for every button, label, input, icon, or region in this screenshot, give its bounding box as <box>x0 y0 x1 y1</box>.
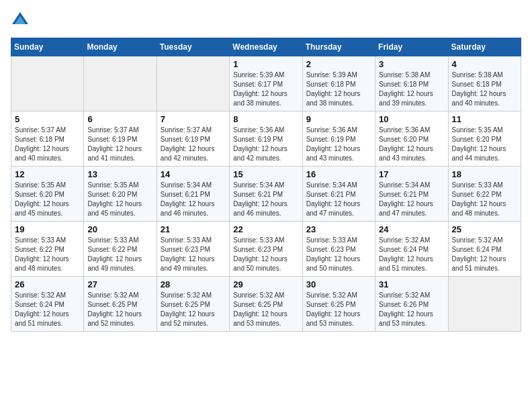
day-number: 26 <box>15 279 80 289</box>
day-info: Sunrise: 5:32 AMSunset: 6:25 PMDaylight:… <box>87 291 152 328</box>
day-cell-17: 17Sunrise: 5:34 AMSunset: 6:21 PMDayligh… <box>375 167 448 222</box>
day-info: Sunrise: 5:33 AMSunset: 6:22 PMDaylight:… <box>87 236 152 273</box>
day-cell-16: 16Sunrise: 5:34 AMSunset: 6:21 PMDayligh… <box>302 167 375 222</box>
day-cell-18: 18Sunrise: 5:33 AMSunset: 6:22 PMDayligh… <box>448 167 521 222</box>
day-number: 2 <box>306 59 371 69</box>
day-cell-10: 10Sunrise: 5:36 AMSunset: 6:20 PMDayligh… <box>375 111 448 167</box>
day-info: Sunrise: 5:35 AMSunset: 6:20 PMDaylight:… <box>15 181 80 218</box>
day-info: Sunrise: 5:36 AMSunset: 6:19 PMDaylight:… <box>233 126 298 163</box>
day-cell-26: 26Sunrise: 5:32 AMSunset: 6:24 PMDayligh… <box>11 277 84 332</box>
day-number: 8 <box>233 114 298 124</box>
empty-cell <box>157 56 229 111</box>
day-cell-11: 11Sunrise: 5:35 AMSunset: 6:20 PMDayligh… <box>448 111 521 167</box>
weekday-header-tuesday: Tuesday <box>157 38 229 56</box>
weekday-header-friday: Friday <box>375 38 448 56</box>
day-cell-1: 1Sunrise: 5:39 AMSunset: 6:17 PMDaylight… <box>230 56 302 111</box>
page-header <box>11 11 521 30</box>
day-info: Sunrise: 5:32 AMSunset: 6:25 PMDaylight:… <box>233 291 298 328</box>
day-info: Sunrise: 5:36 AMSunset: 6:20 PMDaylight:… <box>379 126 444 163</box>
day-number: 12 <box>15 169 80 179</box>
day-number: 21 <box>161 224 226 234</box>
day-number: 22 <box>233 224 298 234</box>
day-cell-31: 31Sunrise: 5:32 AMSunset: 6:26 PMDayligh… <box>375 277 448 332</box>
day-number: 16 <box>306 169 371 179</box>
weekday-header-monday: Monday <box>84 38 157 56</box>
day-cell-7: 7Sunrise: 5:37 AMSunset: 6:19 PMDaylight… <box>157 111 229 167</box>
day-cell-29: 29Sunrise: 5:32 AMSunset: 6:25 PMDayligh… <box>230 277 302 332</box>
day-cell-28: 28Sunrise: 5:32 AMSunset: 6:25 PMDayligh… <box>157 277 229 332</box>
day-cell-4: 4Sunrise: 5:38 AMSunset: 6:18 PMDaylight… <box>448 56 521 111</box>
day-number: 1 <box>233 59 298 69</box>
day-info: Sunrise: 5:39 AMSunset: 6:18 PMDaylight:… <box>306 71 371 108</box>
day-cell-22: 22Sunrise: 5:33 AMSunset: 6:23 PMDayligh… <box>230 222 302 277</box>
day-info: Sunrise: 5:32 AMSunset: 6:26 PMDaylight:… <box>379 291 444 328</box>
day-number: 27 <box>87 279 152 289</box>
weekday-header-saturday: Saturday <box>448 38 521 56</box>
day-cell-20: 20Sunrise: 5:33 AMSunset: 6:22 PMDayligh… <box>84 222 157 277</box>
day-cell-25: 25Sunrise: 5:32 AMSunset: 6:24 PMDayligh… <box>448 222 521 277</box>
day-number: 25 <box>452 224 517 234</box>
day-cell-24: 24Sunrise: 5:32 AMSunset: 6:24 PMDayligh… <box>375 222 448 277</box>
day-cell-21: 21Sunrise: 5:33 AMSunset: 6:23 PMDayligh… <box>157 222 229 277</box>
day-number: 4 <box>452 59 517 69</box>
day-info: Sunrise: 5:32 AMSunset: 6:25 PMDaylight:… <box>306 291 371 328</box>
day-number: 14 <box>161 169 226 179</box>
day-number: 18 <box>452 169 517 179</box>
day-info: Sunrise: 5:33 AMSunset: 6:22 PMDaylight:… <box>15 236 80 273</box>
day-cell-8: 8Sunrise: 5:36 AMSunset: 6:19 PMDaylight… <box>230 111 302 167</box>
day-info: Sunrise: 5:36 AMSunset: 6:19 PMDaylight:… <box>306 126 371 163</box>
day-info: Sunrise: 5:32 AMSunset: 6:24 PMDaylight:… <box>379 236 444 273</box>
day-cell-30: 30Sunrise: 5:32 AMSunset: 6:25 PMDayligh… <box>302 277 375 332</box>
weekday-header-thursday: Thursday <box>302 38 375 56</box>
day-info: Sunrise: 5:34 AMSunset: 6:21 PMDaylight:… <box>306 181 371 218</box>
day-cell-3: 3Sunrise: 5:38 AMSunset: 6:18 PMDaylight… <box>375 56 448 111</box>
day-info: Sunrise: 5:34 AMSunset: 6:21 PMDaylight:… <box>379 181 444 218</box>
empty-cell <box>448 277 521 332</box>
day-cell-12: 12Sunrise: 5:35 AMSunset: 6:20 PMDayligh… <box>11 167 84 222</box>
day-info: Sunrise: 5:32 AMSunset: 6:24 PMDaylight:… <box>452 236 517 273</box>
day-cell-23: 23Sunrise: 5:33 AMSunset: 6:23 PMDayligh… <box>302 222 375 277</box>
day-info: Sunrise: 5:33 AMSunset: 6:23 PMDaylight:… <box>306 236 371 273</box>
day-cell-14: 14Sunrise: 5:34 AMSunset: 6:21 PMDayligh… <box>157 167 229 222</box>
day-number: 15 <box>233 169 298 179</box>
day-number: 28 <box>161 279 226 289</box>
day-info: Sunrise: 5:38 AMSunset: 6:18 PMDaylight:… <box>379 71 444 108</box>
day-info: Sunrise: 5:32 AMSunset: 6:24 PMDaylight:… <box>15 291 80 328</box>
day-number: 3 <box>379 59 444 69</box>
calendar-table: SundayMondayTuesdayWednesdayThursdayFrid… <box>11 38 521 332</box>
day-number: 5 <box>15 114 80 124</box>
day-info: Sunrise: 5:33 AMSunset: 6:22 PMDaylight:… <box>452 181 517 218</box>
day-number: 19 <box>15 224 80 234</box>
day-number: 23 <box>306 224 371 234</box>
day-info: Sunrise: 5:37 AMSunset: 6:19 PMDaylight:… <box>161 126 226 163</box>
day-cell-13: 13Sunrise: 5:35 AMSunset: 6:20 PMDayligh… <box>84 167 157 222</box>
day-number: 6 <box>87 114 152 124</box>
day-number: 7 <box>161 114 226 124</box>
day-cell-19: 19Sunrise: 5:33 AMSunset: 6:22 PMDayligh… <box>11 222 84 277</box>
day-cell-6: 6Sunrise: 5:37 AMSunset: 6:19 PMDaylight… <box>84 111 157 167</box>
day-number: 31 <box>379 279 444 289</box>
day-info: Sunrise: 5:37 AMSunset: 6:19 PMDaylight:… <box>87 126 152 163</box>
day-info: Sunrise: 5:34 AMSunset: 6:21 PMDaylight:… <box>233 181 298 218</box>
day-number: 11 <box>452 114 517 124</box>
day-info: Sunrise: 5:37 AMSunset: 6:18 PMDaylight:… <box>15 126 80 163</box>
logo-icon <box>11 11 30 30</box>
day-info: Sunrise: 5:35 AMSunset: 6:20 PMDaylight:… <box>452 126 517 163</box>
day-number: 17 <box>379 169 444 179</box>
day-cell-2: 2Sunrise: 5:39 AMSunset: 6:18 PMDaylight… <box>302 56 375 111</box>
day-info: Sunrise: 5:33 AMSunset: 6:23 PMDaylight:… <box>233 236 298 273</box>
empty-cell <box>84 56 157 111</box>
day-info: Sunrise: 5:39 AMSunset: 6:17 PMDaylight:… <box>233 71 298 108</box>
day-cell-5: 5Sunrise: 5:37 AMSunset: 6:18 PMDaylight… <box>11 111 84 167</box>
day-cell-27: 27Sunrise: 5:32 AMSunset: 6:25 PMDayligh… <box>84 277 157 332</box>
day-info: Sunrise: 5:33 AMSunset: 6:23 PMDaylight:… <box>161 236 226 273</box>
day-number: 9 <box>306 114 371 124</box>
day-cell-9: 9Sunrise: 5:36 AMSunset: 6:19 PMDaylight… <box>302 111 375 167</box>
day-number: 30 <box>306 279 371 289</box>
day-number: 13 <box>87 169 152 179</box>
empty-cell <box>11 56 84 111</box>
day-info: Sunrise: 5:35 AMSunset: 6:20 PMDaylight:… <box>87 181 152 218</box>
day-cell-15: 15Sunrise: 5:34 AMSunset: 6:21 PMDayligh… <box>230 167 302 222</box>
day-number: 10 <box>379 114 444 124</box>
day-info: Sunrise: 5:38 AMSunset: 6:18 PMDaylight:… <box>452 71 517 108</box>
